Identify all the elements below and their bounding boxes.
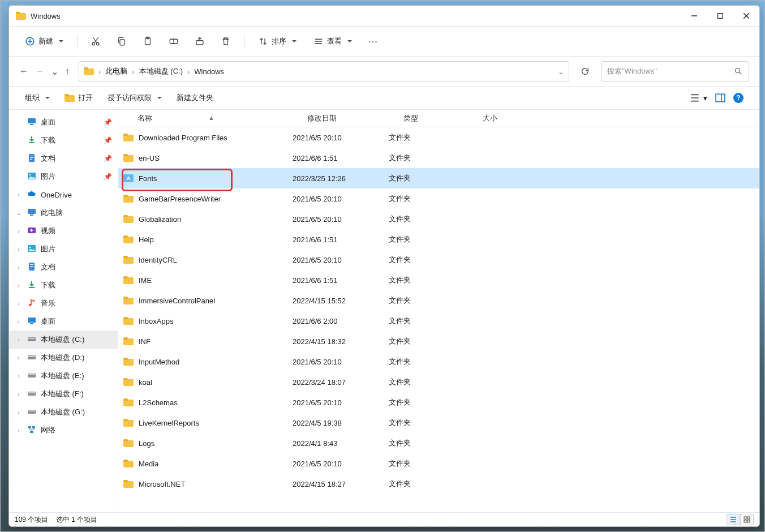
nav-icon xyxy=(27,425,36,436)
new-folder-button[interactable]: 新建文件夹 xyxy=(174,91,216,105)
grant-access-button[interactable]: 授予访问权限 xyxy=(105,91,164,105)
nav-item[interactable]: ›本地磁盘 (D:) xyxy=(9,349,118,367)
details-view-button[interactable] xyxy=(727,514,740,525)
sort-button[interactable]: 排序 xyxy=(252,32,302,50)
file-row[interactable]: Downloaded Program Files2021/6/5 20:10文件… xyxy=(118,127,759,148)
nav-item[interactable]: ›音乐 xyxy=(9,294,118,312)
file-row[interactable]: Fonts2022/3/25 12:26文件夹 xyxy=(118,168,759,188)
column-date[interactable]: 修改日期 xyxy=(307,113,403,123)
svg-rect-10 xyxy=(716,94,725,102)
file-row[interactable]: L2Schemas2021/6/5 20:10文件夹 xyxy=(118,392,759,413)
tree-toggle[interactable]: › xyxy=(15,336,23,343)
nav-item[interactable]: ›图片 xyxy=(9,240,118,258)
file-row[interactable]: Globalization2021/6/5 20:10文件夹 xyxy=(118,209,759,229)
new-button[interactable]: 新建 xyxy=(19,32,69,50)
nav-item[interactable]: ›OneDrive xyxy=(9,186,118,204)
nav-item[interactable]: ›文档 xyxy=(9,258,118,276)
nav-item[interactable]: ›本地磁盘 (F:) xyxy=(9,385,118,403)
back-button[interactable]: ← xyxy=(19,66,28,76)
search-box[interactable]: 搜索"Windows" xyxy=(601,61,749,81)
file-name: INF xyxy=(139,337,293,346)
paste-button[interactable] xyxy=(137,32,158,50)
nav-item[interactable]: 桌面📌 xyxy=(9,113,118,131)
file-row[interactable]: INF2022/4/15 18:32文件夹 xyxy=(118,331,759,351)
refresh-button[interactable] xyxy=(576,62,594,80)
file-row[interactable]: Media2021/6/5 20:10文件夹 xyxy=(118,453,759,474)
nav-item[interactable]: ›视频 xyxy=(9,222,118,240)
tree-toggle[interactable]: › xyxy=(15,282,23,289)
nav-item[interactable]: 文档📌 xyxy=(9,149,118,168)
file-row[interactable]: koal2022/3/24 18:07文件夹 xyxy=(118,372,759,392)
file-name: Microsoft.NET xyxy=(139,480,293,488)
copy-button[interactable] xyxy=(111,32,132,50)
nav-item[interactable]: ›网络 xyxy=(9,421,118,439)
rename-button[interactable] xyxy=(164,32,184,50)
file-name: GameBarPresenceWriter xyxy=(139,195,293,203)
nav-item[interactable]: ›本地磁盘 (C:) xyxy=(9,331,118,349)
tree-toggle[interactable]: › xyxy=(15,246,23,252)
nav-item[interactable]: ›下载 xyxy=(9,276,118,294)
organize-button[interactable]: 组织 xyxy=(23,91,52,105)
file-row[interactable]: LiveKernelReports2022/4/5 19:38文件夹 xyxy=(118,413,759,433)
title-bar: Windows xyxy=(9,6,759,27)
up-button[interactable]: ↑ xyxy=(65,66,70,76)
share-button[interactable] xyxy=(190,32,210,50)
view-button[interactable]: 查看 xyxy=(308,32,358,50)
icons-view-button[interactable] xyxy=(740,514,754,525)
delete-button[interactable] xyxy=(216,32,236,50)
file-row[interactable]: InputMethod2021/6/5 20:10文件夹 xyxy=(118,351,759,372)
breadcrumb[interactable]: 本地磁盘 (C:) xyxy=(139,66,183,76)
file-row[interactable]: en-US2021/6/6 1:51文件夹 xyxy=(118,148,759,168)
cut-button[interactable] xyxy=(85,32,106,50)
file-row[interactable]: InboxApps2021/6/6 2:00文件夹 xyxy=(118,311,759,331)
tree-toggle[interactable]: › xyxy=(15,354,23,361)
navigation-pane[interactable]: 桌面📌下载📌文档📌图片📌›OneDrive⌄此电脑›视频›图片›文档›下载›音乐… xyxy=(9,110,118,512)
more-button[interactable]: ··· xyxy=(363,32,384,50)
column-name[interactable]: 名称 xyxy=(123,113,307,123)
column-size[interactable]: 大小 xyxy=(483,113,539,123)
address-dropdown[interactable]: ⌄ xyxy=(558,67,564,76)
tree-toggle[interactable]: › xyxy=(15,409,23,415)
forward-button[interactable]: → xyxy=(35,66,44,76)
pin-icon: 📌 xyxy=(104,136,112,144)
file-row[interactable]: Logs2022/4/1 8:43文件夹 xyxy=(118,433,759,453)
file-row[interactable]: IdentityCRL2021/6/5 20:10文件夹 xyxy=(118,250,759,270)
folder-icon xyxy=(123,297,134,304)
nav-item[interactable]: ⌄此电脑 xyxy=(9,204,118,222)
folder-icon xyxy=(123,398,134,406)
close-button[interactable] xyxy=(733,6,759,26)
breadcrumb[interactable]: 此电脑 xyxy=(105,66,127,76)
file-row[interactable]: IME2021/6/6 1:51文件夹 xyxy=(118,270,759,290)
address-bar[interactable]: › 此电脑 › 本地磁盘 (C:) › Windows ⌄ xyxy=(79,61,569,81)
nav-item[interactable]: ›桌面 xyxy=(9,312,118,331)
breadcrumb[interactable]: Windows xyxy=(194,67,224,76)
tree-toggle[interactable]: › xyxy=(15,300,23,307)
tree-toggle[interactable]: › xyxy=(15,191,23,198)
help-button[interactable]: ? xyxy=(731,91,746,105)
column-type[interactable]: 类型 xyxy=(403,113,483,123)
tree-toggle[interactable]: › xyxy=(15,228,23,234)
open-button[interactable]: 打开 xyxy=(62,91,95,105)
nav-item[interactable]: 下载📌 xyxy=(9,131,118,149)
file-row[interactable]: GameBarPresenceWriter2021/6/5 20:10文件夹 xyxy=(118,188,759,209)
tree-toggle[interactable]: › xyxy=(15,427,23,434)
file-list[interactable]: Downloaded Program Files2021/6/5 20:10文件… xyxy=(118,127,759,512)
tree-toggle[interactable]: › xyxy=(15,264,23,271)
file-row[interactable]: ImmersiveControlPanel2022/4/15 15:52文件夹 xyxy=(118,290,759,311)
layout-options-button[interactable]: ▾ xyxy=(687,91,710,105)
nav-item[interactable]: ›本地磁盘 (G:) xyxy=(9,403,118,421)
recent-button[interactable]: ⌄ xyxy=(51,66,58,77)
nav-item[interactable]: 图片📌 xyxy=(9,168,118,186)
tree-toggle[interactable]: › xyxy=(15,391,23,397)
maximize-button[interactable] xyxy=(707,6,733,26)
minimize-button[interactable] xyxy=(681,6,707,26)
tree-toggle[interactable]: ⌄ xyxy=(15,209,23,217)
nav-item[interactable]: ›本地磁盘 (E:) xyxy=(9,367,118,385)
tree-toggle[interactable]: › xyxy=(15,318,23,325)
file-type: 文件夹 xyxy=(389,418,468,428)
file-type: 文件夹 xyxy=(389,194,468,204)
file-row[interactable]: Microsoft.NET2022/4/15 18:27文件夹 xyxy=(118,474,759,494)
preview-pane-button[interactable] xyxy=(713,91,728,105)
tree-toggle[interactable]: › xyxy=(15,372,23,379)
file-row[interactable]: Help2021/6/6 1:51文件夹 xyxy=(118,229,759,250)
